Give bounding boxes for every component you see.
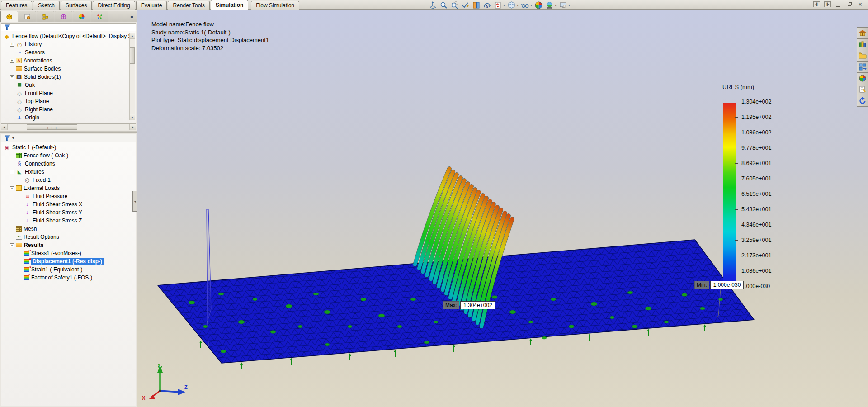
tree-item-connections[interactable]: Connections — [1, 160, 136, 168]
refresh-resources-icon[interactable] — [857, 95, 868, 107]
tree-item-right-plane[interactable]: Right Plane — [1, 105, 136, 114]
home-icon[interactable] — [857, 28, 868, 39]
feature-tree-filter-bar[interactable] — [1, 23, 136, 31]
max-label: Max: — [443, 301, 459, 309]
tab-evaluate[interactable]: Evaluate — [136, 1, 167, 10]
tab-surfaces[interactable]: Surfaces — [61, 1, 92, 10]
tree-item-result-options[interactable]: Result Options — [1, 233, 136, 241]
custom-properties-icon[interactable] — [857, 84, 868, 95]
tree-item-results[interactable]: Results — [1, 241, 136, 249]
feature-tree-scrollbar[interactable]: ▲ ▼ — [129, 33, 135, 120]
zoom-to-fit-icon[interactable] — [428, 0, 438, 9]
scrollbar-thumb[interactable] — [130, 47, 135, 64]
update-views-icon[interactable] — [493, 0, 503, 9]
tree-item-oak-material[interactable]: Oak — [1, 81, 136, 89]
appearances-scenes-icon[interactable] — [857, 73, 868, 84]
panel-collapse-handle[interactable]: ◄ — [132, 191, 137, 212]
tree-item-fluid-shear-z[interactable]: Fluid Shear Stress Z — [1, 217, 136, 225]
tree-item-sensors[interactable]: Sensors — [1, 48, 136, 57]
previous-view-icon[interactable] — [461, 0, 470, 9]
tab-flow-simulation[interactable]: Flow Simulation — [251, 1, 299, 10]
tree-item-displacement1[interactable]: Displacement1 (-Res disp-) — [1, 257, 136, 265]
tab-simulation[interactable]: Simulation — [211, 0, 248, 10]
edit-appearance-icon[interactable] — [534, 0, 543, 9]
tree-item-external-loads[interactable]: External Loads — [1, 184, 136, 192]
simulation-manager-tab[interactable] — [91, 11, 108, 22]
model-name-text: Model name:Fence flow — [151, 20, 269, 28]
tree-item-solid-bodies[interactable]: Solid Bodies(1) — [1, 73, 136, 81]
zoom-to-area-icon[interactable] — [450, 0, 459, 9]
tree-item-mesh[interactable]: Mesh — [1, 225, 136, 233]
expand-icon[interactable] — [10, 75, 14, 79]
configurationmanager-tab[interactable] — [37, 11, 54, 22]
hide-show-items-icon[interactable] — [520, 0, 530, 9]
hscrollbar-thumb[interactable]: ⋮⋮⋮ — [27, 124, 77, 130]
apply-scene-icon[interactable] — [545, 0, 554, 9]
scroll-left-icon[interactable]: ◄ — [1, 124, 8, 130]
tree-item-fluid-pressure[interactable]: Fluid Pressure — [1, 192, 136, 200]
design-library-icon[interactable] — [857, 39, 868, 50]
tree-item-fluid-shear-y[interactable]: Fluid Shear Stress Y — [1, 208, 136, 217]
dropdown-arrow[interactable]: ▾ — [517, 3, 519, 7]
scroll-down-icon[interactable]: ▼ — [130, 114, 135, 120]
collapse-left-pane-icon[interactable]: ◂▌ — [813, 1, 820, 7]
tab-features[interactable]: Features — [1, 1, 32, 10]
expand-icon[interactable] — [10, 43, 14, 47]
zoom-icon[interactable] — [439, 0, 448, 9]
tree-item-fence-flow-part[interactable]: Fence flow (-Oak-) — [1, 151, 136, 160]
tree-item-annotations[interactable]: Annotations — [1, 57, 136, 65]
view-settings-icon[interactable] — [558, 0, 568, 9]
tree-item-fixtures[interactable]: Fixtures — [1, 168, 136, 176]
orientation-triad — [141, 363, 191, 406]
view-orientation-icon[interactable] — [482, 0, 492, 9]
tab-render-tools[interactable]: Render Tools — [168, 1, 210, 10]
simulation-study-tree: Static 1 (-Default-) Fence flow (-Oak-) … — [1, 142, 136, 406]
fixtures-icon — [16, 169, 23, 175]
feature-tree-hscrollbar[interactable]: ◄ ⋮⋮⋮ ► — [1, 123, 136, 130]
tree-item-top-plane[interactable]: Top Plane — [1, 97, 136, 105]
collapse-icon[interactable] — [10, 186, 14, 190]
section-view-icon[interactable] — [472, 0, 481, 9]
dropdown-arrow[interactable]: ▾ — [503, 3, 505, 7]
tree-item-factor-of-safety1[interactable]: Factor of Safety1 (-FOS-) — [1, 274, 136, 282]
tabstrip-overflow-chevron[interactable]: » — [130, 13, 133, 20]
tree-root-fence-flow[interactable]: Fence flow (Default<Copy of <Default>_Di… — [1, 32, 136, 40]
filter-dropdown-icon[interactable]: ▾ — [12, 136, 14, 140]
tree-item-history[interactable]: History — [1, 40, 136, 48]
tree-item-static-1[interactable]: Static 1 (-Default-) — [1, 143, 136, 151]
tree-item-fixed-1[interactable]: Fixed-1 — [1, 176, 136, 184]
tree-item-stress1[interactable]: Stress1 (-vonMises-) — [1, 249, 136, 257]
tree-item-front-plane[interactable]: Front Plane — [1, 89, 136, 97]
tree-item-fluid-shear-x[interactable]: Fluid Shear Stress X — [1, 200, 136, 208]
minimize-icon[interactable] — [835, 1, 842, 7]
tab-direct-editing[interactable]: Direct Editing — [93, 1, 135, 10]
close-icon[interactable]: × — [857, 1, 863, 7]
view-palette-icon[interactable] — [857, 62, 868, 73]
tree-item-surface-bodies[interactable]: Surface Bodies — [1, 65, 136, 73]
heads-up-toolbar: ▾ ▾ ▾ ▾ ▾ — [428, 0, 571, 9]
tab-sketch[interactable]: Sketch — [33, 1, 60, 10]
collapse-icon[interactable] — [10, 170, 14, 174]
dropdown-arrow[interactable]: ▾ — [530, 3, 532, 7]
featuremanager-tab[interactable] — [0, 11, 18, 22]
dropdown-arrow[interactable]: ▾ — [555, 3, 557, 7]
panel-splitter[interactable] — [0, 131, 137, 133]
file-explorer-icon[interactable] — [857, 50, 868, 62]
study-tree-filter-bar[interactable]: ▾ — [1, 134, 136, 142]
collapse-right-pane-icon[interactable]: ▐▸ — [824, 1, 831, 7]
fluid-pressure-icon — [24, 194, 31, 199]
scroll-right-icon[interactable]: ► — [129, 124, 136, 130]
tree-item-origin[interactable]: Origin — [1, 114, 136, 122]
displaymanager-tab[interactable] — [73, 11, 90, 22]
graphics-viewport[interactable]: Model name:Fence flow Study name:Static … — [137, 10, 868, 407]
display-style-icon[interactable] — [507, 0, 516, 9]
collapse-icon[interactable] — [10, 243, 14, 247]
tree-item-strain1[interactable]: Strain1 (-Equivalent-) — [1, 265, 136, 274]
dimxpertmanager-tab[interactable] — [55, 11, 72, 22]
expand-icon[interactable] — [10, 59, 14, 63]
scroll-up-icon[interactable]: ▲ — [130, 33, 135, 39]
external-loads-icon — [16, 185, 22, 191]
propertymanager-tab[interactable] — [19, 11, 36, 22]
restore-icon[interactable] — [846, 1, 853, 7]
dropdown-arrow[interactable]: ▾ — [568, 3, 570, 7]
